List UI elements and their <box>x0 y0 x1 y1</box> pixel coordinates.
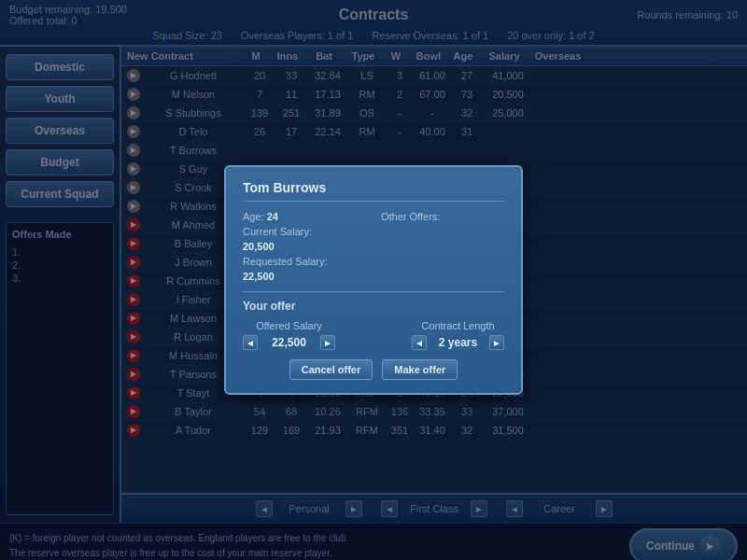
contract-length-value: 2 years <box>432 336 484 349</box>
offered-salary-label: Offered Salary <box>256 320 322 331</box>
offered-salary-decrease[interactable]: ◄ <box>243 335 258 350</box>
modal-age-label: Age: <box>243 211 264 222</box>
modal-info-grid: Age: 24 Other Offers: Current Salary: 20… <box>243 211 504 282</box>
contract-length-stepper: ◄ 2 years ► <box>412 335 504 350</box>
modal-requested-salary-label: Requested Salary: <box>243 256 328 267</box>
offered-salary-value: 22,500 <box>263 336 315 349</box>
modal-age-value: 24 <box>267 211 278 222</box>
modal-title: Tom Burrows <box>243 180 504 202</box>
modal-your-offer-label: Your offer <box>243 300 504 313</box>
modal-current-salary-label: Current Salary: <box>243 226 312 237</box>
offered-salary-increase[interactable]: ► <box>320 335 335 350</box>
modal-buttons: Cancel offer Make offer <box>243 359 504 380</box>
cancel-offer-button[interactable]: Cancel offer <box>289 359 374 380</box>
modal-current-salary-value: 20,500 <box>243 241 275 252</box>
contract-length-increase[interactable]: ► <box>489 335 504 350</box>
make-offer-button[interactable]: Make offer <box>382 359 458 380</box>
modal-requested-salary-value: 22,500 <box>243 271 275 282</box>
modal-divider <box>243 291 504 292</box>
offered-salary-col: Offered Salary ◄ 22,500 ► <box>243 320 335 350</box>
modal-offer-row: Offered Salary ◄ 22,500 ► Contract Lengt… <box>243 320 504 350</box>
contract-length-col: Contract Length ◄ 2 years ► <box>412 320 504 350</box>
modal-overlay: Tom Burrows Age: 24 Other Offers: Curren… <box>0 0 747 560</box>
offered-salary-stepper: ◄ 22,500 ► <box>243 335 335 350</box>
contract-modal: Tom Burrows Age: 24 Other Offers: Curren… <box>224 165 523 395</box>
modal-other-offers-label: Other Offers: <box>381 211 440 222</box>
contract-length-decrease[interactable]: ◄ <box>412 335 427 350</box>
contract-length-label: Contract Length <box>421 320 494 331</box>
